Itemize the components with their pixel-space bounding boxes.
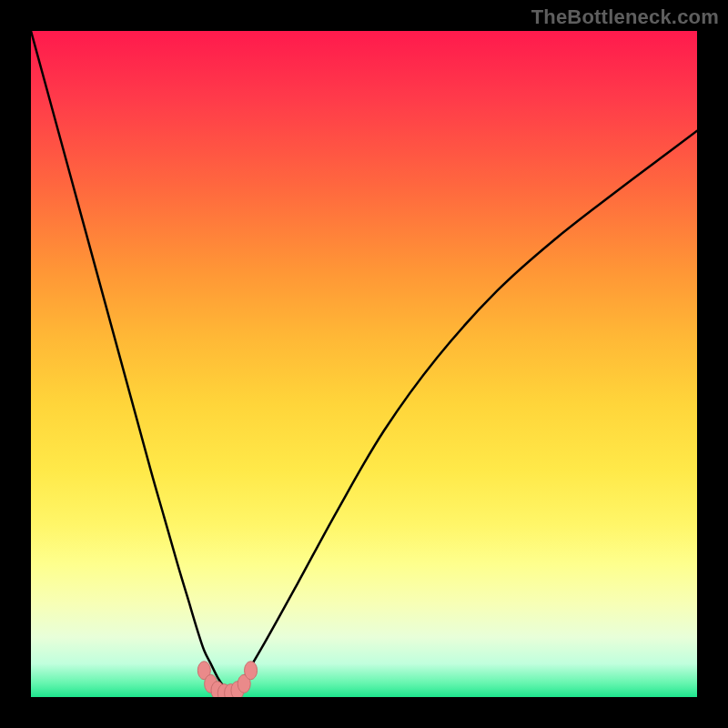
bottleneck-curve xyxy=(31,31,697,695)
chart-frame: TheBottleneck.com xyxy=(0,0,728,728)
plot-area xyxy=(31,31,697,697)
watermark-text: TheBottleneck.com xyxy=(531,5,719,29)
valley-marker xyxy=(245,662,258,680)
curve-layer xyxy=(31,31,697,697)
